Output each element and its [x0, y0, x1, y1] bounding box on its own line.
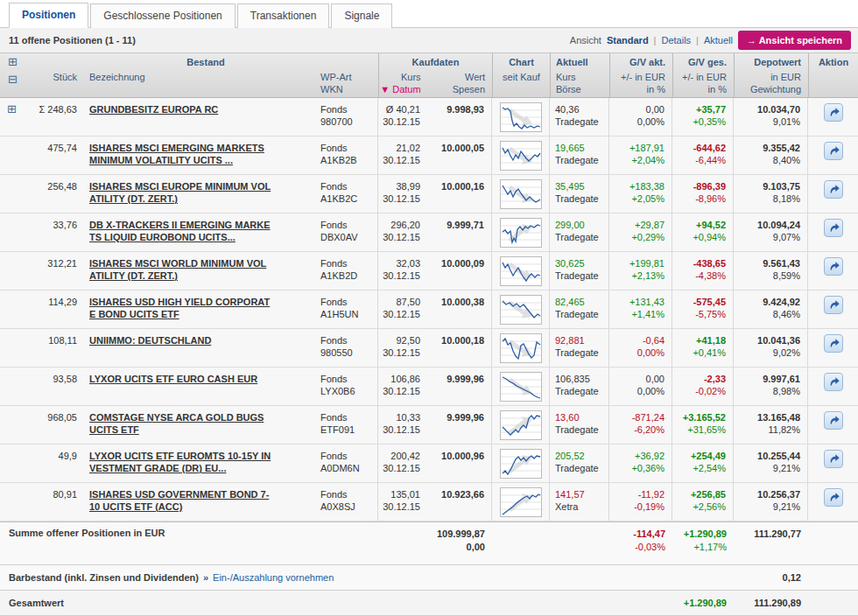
buy-date-value: 30.12.15	[378, 116, 420, 128]
sort-datum-control[interactable]: ▼ Datum	[379, 83, 421, 95]
sparkline-chart	[500, 102, 542, 132]
depot-weight-value: 8,59%	[734, 270, 800, 282]
separator: |	[696, 35, 699, 46]
position-name-link[interactable]: ISHARES MSCI WORLD MINIMUM VOLATILITY (D…	[89, 257, 271, 282]
sparkline-chart	[500, 141, 542, 171]
gv-ges-pct-value: -6,44%	[672, 154, 726, 166]
trade-action-button[interactable]	[824, 488, 843, 507]
position-name-link[interactable]: UNIIMMO: DEUTSCHLAND	[89, 334, 271, 346]
buy-value: 10.000,18	[424, 334, 484, 346]
expand-cell: ⊞	[0, 98, 33, 136]
sum-open-positions-row: Summe offener Positionen in EUR 109.999,…	[0, 522, 858, 565]
column-wpart-wkn: WP-ArtWKN	[317, 71, 378, 95]
column-group-aktuell: Aktuell	[551, 56, 609, 71]
view-details-link[interactable]: Details	[661, 35, 691, 46]
expand-all-icon[interactable]: ⊞	[8, 57, 33, 67]
shares-value: 80,91	[33, 483, 82, 521]
buy-price-value: 38,99	[378, 180, 420, 192]
gv-ges-eur-value: -644,62	[672, 142, 726, 154]
depot-weight-value: 9,01%	[734, 116, 800, 128]
expand-cell	[0, 175, 33, 213]
gv-ges-eur-value: -575,45	[672, 296, 726, 308]
column-group-depotwert: Depotwert	[735, 56, 808, 71]
depot-eur-value: 10.255,44	[734, 450, 800, 462]
buy-value: 10.923,66	[424, 488, 484, 500]
column-group-aktion: Aktion	[809, 56, 858, 71]
trade-arrow-icon	[828, 337, 840, 349]
chevrons-right-icon: »	[203, 572, 208, 583]
position-name-link[interactable]: LYXOR UCITS ETF EUROMTS 10-15Y INVESTMEN…	[89, 450, 271, 474]
exchange-value: Xetra	[555, 500, 608, 513]
ansicht-label: Ansicht	[570, 35, 601, 46]
wp-art-value: Fonds	[320, 296, 377, 308]
gv-akt-eur-value: +36,92	[609, 450, 665, 462]
separator: |	[654, 35, 657, 46]
sum-gv-akt-pct: -0,03%	[609, 541, 665, 554]
view-aktuell-link[interactable]: Aktuell	[704, 35, 733, 46]
wkn-value: 980700	[320, 116, 377, 128]
exchange-value: Tradegate	[555, 270, 608, 282]
trade-action-button[interactable]	[824, 450, 843, 468]
trade-action-button[interactable]	[824, 180, 843, 199]
tab-transaktionen[interactable]: Transaktionen	[237, 4, 330, 28]
sum-open-label: Summe offener Positionen in EUR	[0, 528, 424, 564]
gv-ges-pct-value: +0,41%	[672, 346, 726, 359]
column-kurs-datum: Kurs ▼ Datum	[379, 71, 425, 95]
trade-action-button[interactable]	[824, 103, 843, 122]
position-name-link[interactable]: COMSTAGE NYSE ARCA GOLD BUGS UCITS ETF	[89, 411, 271, 436]
table-header: ⊞ ⊟ Bestand Stück Bezeichnung WP-ArtWKN …	[0, 52, 858, 98]
buy-value: 9.998,93	[424, 103, 484, 116]
position-name-link[interactable]: DB X-TRACKERS II EMERGING MARKETS LIQUID…	[89, 219, 271, 243]
position-name-link[interactable]: ISHARES MSCI EUROPE MINIMUM VOLATILITY (…	[89, 180, 271, 205]
sparkline-chart	[500, 487, 542, 517]
trade-action-button[interactable]	[824, 411, 843, 430]
position-name-link[interactable]: GRUNDBESITZ EUROPA RC	[89, 103, 271, 116]
buy-price-value: 32,03	[378, 257, 420, 270]
current-price-value: 205,52	[555, 450, 608, 462]
trade-action-button[interactable]	[824, 373, 843, 391]
shares-value: 33,76	[33, 214, 82, 251]
gv-akt-eur-value: +183,38	[609, 180, 665, 192]
cash-label: Barbestand (inkl. Zinsen und Dividenden)	[9, 572, 199, 583]
expand-row-icon[interactable]: ⊞	[7, 104, 17, 115]
gv-akt-pct-value: +1,41%	[609, 308, 665, 320]
buy-date-value: 30.12.15	[378, 424, 420, 436]
gv-akt-eur-value: +199,81	[609, 257, 665, 270]
depot-weight-value: 8,18%	[734, 192, 800, 205]
expand-cell	[0, 290, 33, 328]
exchange-value: Tradegate	[555, 192, 608, 205]
buy-date-value: 30.12.15	[378, 500, 420, 513]
tab-signale[interactable]: Signale	[331, 4, 392, 28]
tab-geschlossene-positionen[interactable]: Geschlossene Positionen	[90, 4, 235, 28]
exchange-value: Tradegate	[555, 154, 608, 166]
current-price-value: 141,57	[555, 488, 608, 500]
expand-cell	[0, 136, 33, 174]
position-name-link[interactable]: LYXOR UCITS ETF EURO CASH EUR	[89, 373, 271, 385]
column-wert-spesen: WertSpesen	[425, 71, 492, 95]
shares-value: 49,9	[33, 444, 82, 482]
position-name-link[interactable]: ISHARES MSCI EMERGING MARKETS MINIMUM VO…	[89, 142, 271, 166]
gv-ges-pct-value: +2,54%	[672, 462, 726, 474]
trade-action-button[interactable]	[824, 142, 843, 160]
gv-akt-pct-value: -0,19%	[609, 500, 665, 513]
trade-action-button[interactable]	[824, 219, 843, 237]
trade-action-button[interactable]	[824, 257, 843, 276]
save-view-button[interactable]: → Ansicht speichern	[738, 31, 851, 50]
depot-weight-value: 9,21%	[734, 500, 800, 513]
trade-action-button[interactable]	[824, 334, 843, 353]
trade-action-button[interactable]	[824, 296, 843, 314]
view-standard-link[interactable]: Standard	[607, 35, 649, 46]
buy-date-value: 30.12.15	[378, 308, 420, 320]
tab-positionen[interactable]: Positionen	[9, 3, 88, 28]
toolbar: 11 offene Positionen (1 - 11) Ansicht St…	[0, 28, 858, 52]
collapse-all-icon[interactable]: ⊟	[8, 74, 33, 85]
wkn-value: 980550	[320, 346, 377, 359]
shares-value: 968,05	[33, 406, 82, 444]
trade-arrow-icon	[828, 221, 840, 234]
gv-akt-pct-value: +0,36%	[609, 462, 665, 474]
position-name-link[interactable]: ISHARES USD HIGH YIELD CORPORATE BOND UC…	[89, 296, 271, 320]
deposit-withdraw-link[interactable]: Ein-/Auszahlung vornehmen	[213, 572, 334, 583]
position-name-link[interactable]: ISHARES USD GOVERNMENT BOND 7-10 UCITS E…	[89, 488, 271, 513]
wkn-value: A1KB2C	[320, 192, 377, 205]
gv-akt-pct-value: +0,29%	[609, 231, 665, 243]
